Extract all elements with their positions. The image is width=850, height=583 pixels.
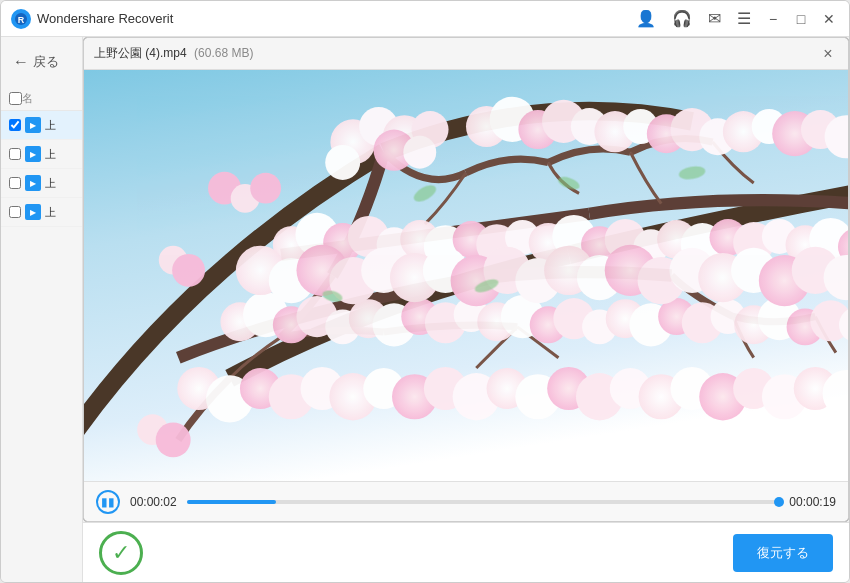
bottom-bar: ✓ 復元する — [83, 522, 849, 582]
file-checkbox-1[interactable] — [9, 119, 21, 131]
video-thumb-icon-4: ▶ — [25, 204, 41, 220]
file-name-1: 上 — [45, 118, 56, 133]
window-controls: 👤 🎧 ✉ ☰ − □ ✕ — [632, 7, 839, 30]
close-button[interactable]: ✕ — [819, 9, 839, 29]
sidebar: ← 戻る 名 ▶ 上 ▶ 上 — [1, 37, 83, 582]
svg-text:R: R — [18, 15, 25, 25]
file-name-4: 上 — [45, 205, 56, 220]
progress-fill — [187, 500, 276, 504]
preview-video-area — [84, 70, 848, 481]
file-name-2: 上 — [45, 147, 56, 162]
app-title: Wondershare Recoverit — [37, 11, 632, 26]
preview-title-bar: 上野公園 (4).mp4 (60.68 MB) × — [84, 38, 848, 70]
back-arrow-icon: ← — [13, 53, 29, 71]
svg-point-7 — [325, 145, 360, 180]
file-row[interactable]: ▶ 上 — [1, 140, 82, 169]
file-checkbox-4[interactable] — [9, 206, 21, 218]
video-thumb-icon-1: ▶ — [25, 117, 41, 133]
minimize-button[interactable]: − — [763, 9, 783, 29]
preview-title: 上野公園 (4).mp4 (60.68 MB) — [94, 45, 818, 62]
back-button[interactable]: ← 戻る — [1, 47, 82, 77]
headset-icon[interactable]: 🎧 — [668, 7, 696, 30]
svg-point-9 — [403, 136, 436, 169]
restore-button[interactable]: 復元する — [733, 534, 833, 572]
title-bar: R Wondershare Recoverit 👤 🎧 ✉ ☰ − □ ✕ — [1, 1, 849, 37]
preview-close-button[interactable]: × — [818, 44, 838, 64]
app-content: ← 戻る 名 ▶ 上 ▶ 上 — [1, 37, 849, 582]
file-list: 名 ▶ 上 ▶ 上 ▶ 上 — [1, 87, 82, 582]
back-label: 戻る — [33, 53, 59, 71]
app-logo: R — [11, 9, 31, 29]
total-time: 00:00:19 — [789, 495, 836, 509]
mail-icon[interactable]: ✉ — [704, 7, 725, 30]
user-icon[interactable]: 👤 — [632, 7, 660, 30]
cherry-blossom-visual — [84, 70, 848, 481]
current-time: 00:00:02 — [130, 495, 177, 509]
svg-point-119 — [172, 254, 205, 287]
video-thumb-icon-3: ▶ — [25, 175, 41, 191]
video-thumb-icon-2: ▶ — [25, 146, 41, 162]
app-window: R Wondershare Recoverit 👤 🎧 ✉ ☰ − □ ✕ ← … — [0, 0, 850, 583]
name-header: 名 — [22, 91, 33, 106]
svg-point-117 — [250, 173, 281, 204]
file-list-header: 名 — [1, 87, 82, 111]
select-all-checkbox[interactable] — [9, 92, 22, 105]
file-checkbox-3[interactable] — [9, 177, 21, 189]
check-icon: ✓ — [99, 531, 143, 575]
preview-controls: ▮▮ 00:00:02 00:00:19 — [84, 481, 848, 521]
progress-dot — [774, 497, 784, 507]
progress-bar[interactable] — [187, 500, 780, 504]
menu-icon[interactable]: ☰ — [733, 7, 755, 30]
play-button[interactable]: ▮▮ — [96, 490, 120, 514]
file-checkbox-2[interactable] — [9, 148, 21, 160]
preview-dialog: 上野公園 (4).mp4 (60.68 MB) × — [83, 37, 849, 522]
file-row[interactable]: ▶ 上 — [1, 169, 82, 198]
file-row[interactable]: ▶ 上 — [1, 198, 82, 227]
file-size: (60.68 MB) — [194, 46, 253, 60]
main-area: 上野公園 (4).mp4 (60.68 MB) × — [83, 37, 849, 582]
file-row[interactable]: ▶ 上 — [1, 111, 82, 140]
file-name-3: 上 — [45, 176, 56, 191]
maximize-button[interactable]: □ — [791, 9, 811, 29]
svg-point-121 — [156, 422, 191, 457]
